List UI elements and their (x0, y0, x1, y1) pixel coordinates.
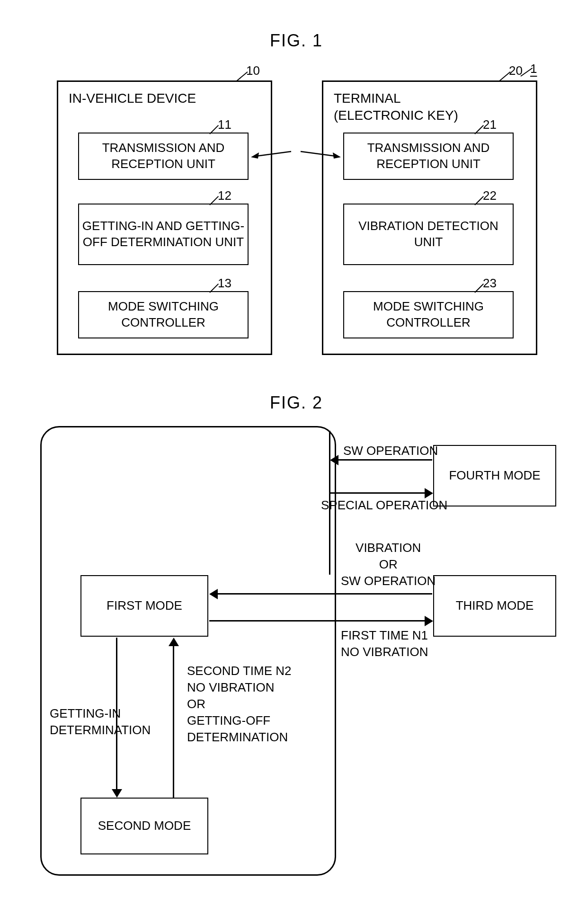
fourth-mode-label: FOURTH MODE (449, 468, 540, 484)
device-b-title: TERMINAL (ELECTRONIC KEY) (334, 90, 458, 124)
second-mode-label: SECOND MODE (98, 818, 191, 834)
unit-21: TRANSMISSION AND RECEPTION UNIT (343, 133, 514, 180)
edge-special-operation: SPECIAL OPERATION (321, 497, 447, 514)
fig2-title: FIG. 2 (270, 393, 323, 413)
edge-vibration-sw: VIBRATION OR SW OPERATION (341, 540, 436, 589)
first-mode-box: FIRST MODE (80, 575, 208, 637)
unit-23: MODE SWITCHING CONTROLLER (343, 291, 514, 338)
fourth-mode-box: FOURTH MODE (433, 445, 556, 506)
arrow-vib-line (217, 593, 432, 595)
ref-21: 21 (483, 117, 497, 132)
edge-first-time: FIRST TIME N1 NO VIBRATION (341, 627, 428, 660)
edge-sw-operation: SW OPERATION (343, 443, 438, 459)
ref-23: 23 (483, 276, 497, 291)
ref-11: 11 (218, 117, 231, 132)
arrow-getin-head (112, 789, 122, 798)
unit-11-label: TRANSMISSION AND RECEPTION UNIT (79, 140, 248, 172)
svg-marker-1 (251, 152, 259, 159)
arrow-firsttime-head (425, 616, 433, 626)
unit-13-label: MODE SWITCHING CONTROLLER (79, 299, 248, 331)
edge-getting-in: GETTING-IN DETERMINATION (50, 705, 151, 738)
unit-12: GETTING-IN AND GETTING-OFF DETERMINATION… (78, 204, 249, 265)
comm-arrows (249, 142, 343, 175)
arrow-vib-head (209, 589, 218, 599)
unit-13: MODE SWITCHING CONTROLLER (78, 291, 249, 338)
arrow-sw-op-line (338, 459, 432, 461)
edge-second-time: SECOND TIME N2 NO VIBRATION OR GETTING-O… (187, 663, 292, 746)
ref-22: 22 (483, 188, 497, 203)
device-a-title: IN-VEHICLE DEVICE (69, 90, 196, 107)
first-mode-label: FIRST MODE (107, 598, 182, 614)
third-mode-label: THIRD MODE (456, 598, 534, 614)
unit-12-label: GETTING-IN AND GETTING-OFF DETERMINATION… (79, 218, 248, 250)
fig1-title: FIG. 1 (270, 31, 323, 51)
arrow-firsttime-line (209, 620, 425, 622)
unit-23-label: MODE SWITCHING CONTROLLER (344, 299, 513, 331)
arrow-secondtime-line (173, 646, 174, 798)
svg-line-0 (256, 151, 291, 156)
second-mode-box: SECOND MODE (80, 798, 208, 854)
ref-20: 20 (509, 63, 523, 78)
unit-22-label: VIBRATION DETECTION UNIT (344, 218, 513, 250)
third-mode-box: THIRD MODE (433, 575, 556, 637)
arrow-special-line (330, 492, 425, 494)
ref-13: 13 (218, 276, 231, 291)
unit-22: VIBRATION DETECTION UNIT (343, 204, 514, 265)
arrow-secondtime-head (169, 638, 179, 646)
arrow-sw-op-head (330, 455, 338, 465)
ref-10: 10 (246, 63, 260, 78)
unit-21-label: TRANSMISSION AND RECEPTION UNIT (344, 140, 513, 172)
unit-11: TRANSMISSION AND RECEPTION UNIT (78, 133, 249, 180)
ref-12: 12 (218, 188, 231, 203)
svg-marker-3 (333, 152, 341, 159)
svg-line-2 (301, 151, 336, 156)
